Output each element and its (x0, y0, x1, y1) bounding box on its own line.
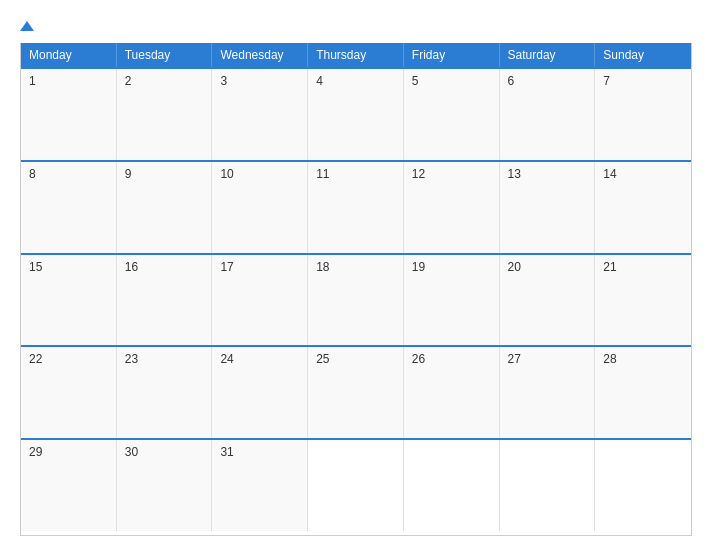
calendar-cell: 21 (595, 255, 691, 346)
day-number: 3 (220, 74, 227, 88)
day-number: 10 (220, 167, 233, 181)
day-number: 20 (508, 260, 521, 274)
day-number: 31 (220, 445, 233, 459)
day-number: 8 (29, 167, 36, 181)
day-header-sunday: Sunday (595, 43, 691, 67)
day-number: 22 (29, 352, 42, 366)
day-number: 2 (125, 74, 132, 88)
calendar-cell: 25 (308, 347, 404, 438)
calendar-page: MondayTuesdayWednesdayThursdayFridaySatu… (0, 0, 712, 550)
day-number: 17 (220, 260, 233, 274)
calendar-cell: 30 (117, 440, 213, 531)
day-number: 12 (412, 167, 425, 181)
day-number: 18 (316, 260, 329, 274)
calendar-cell: 4 (308, 69, 404, 160)
day-number: 23 (125, 352, 138, 366)
day-number: 27 (508, 352, 521, 366)
calendar-cell: 6 (500, 69, 596, 160)
calendar-cell: 27 (500, 347, 596, 438)
calendar-cell: 15 (21, 255, 117, 346)
calendar-cell: 29 (21, 440, 117, 531)
day-number: 24 (220, 352, 233, 366)
calendar-cell: 20 (500, 255, 596, 346)
calendar-cell: 1 (21, 69, 117, 160)
calendar-cell: 14 (595, 162, 691, 253)
calendar-cell: 3 (212, 69, 308, 160)
calendar-header: MondayTuesdayWednesdayThursdayFridaySatu… (21, 43, 691, 67)
calendar-cell: 23 (117, 347, 213, 438)
calendar-cell (404, 440, 500, 531)
day-number: 6 (508, 74, 515, 88)
day-number: 7 (603, 74, 610, 88)
calendar-week-5: 293031 (21, 438, 691, 531)
calendar-cell: 10 (212, 162, 308, 253)
logo-blue-text (20, 18, 36, 33)
calendar-cell: 31 (212, 440, 308, 531)
calendar-cell: 24 (212, 347, 308, 438)
day-number: 29 (29, 445, 42, 459)
day-number: 28 (603, 352, 616, 366)
logo (20, 18, 36, 33)
calendar-week-1: 1234567 (21, 67, 691, 160)
calendar-week-4: 22232425262728 (21, 345, 691, 438)
calendar-body: 1234567891011121314151617181920212223242… (21, 67, 691, 531)
calendar-cell: 2 (117, 69, 213, 160)
calendar-cell: 9 (117, 162, 213, 253)
day-header-monday: Monday (21, 43, 117, 67)
calendar-cell: 13 (500, 162, 596, 253)
header (20, 18, 692, 33)
day-number: 21 (603, 260, 616, 274)
calendar-cell: 12 (404, 162, 500, 253)
calendar-cell: 26 (404, 347, 500, 438)
day-header-thursday: Thursday (308, 43, 404, 67)
calendar-cell: 19 (404, 255, 500, 346)
calendar-cell: 7 (595, 69, 691, 160)
calendar-cell: 28 (595, 347, 691, 438)
calendar-cell: 16 (117, 255, 213, 346)
calendar-cell: 8 (21, 162, 117, 253)
day-number: 25 (316, 352, 329, 366)
day-number: 1 (29, 74, 36, 88)
day-number: 30 (125, 445, 138, 459)
day-header-tuesday: Tuesday (117, 43, 213, 67)
day-number: 16 (125, 260, 138, 274)
day-number: 14 (603, 167, 616, 181)
calendar-cell: 11 (308, 162, 404, 253)
calendar-cell: 5 (404, 69, 500, 160)
calendar-cell (595, 440, 691, 531)
day-number: 26 (412, 352, 425, 366)
calendar-week-2: 891011121314 (21, 160, 691, 253)
calendar-week-3: 15161718192021 (21, 253, 691, 346)
day-number: 15 (29, 260, 42, 274)
day-header-friday: Friday (404, 43, 500, 67)
day-header-wednesday: Wednesday (212, 43, 308, 67)
calendar-cell: 17 (212, 255, 308, 346)
calendar-cell (308, 440, 404, 531)
calendar: MondayTuesdayWednesdayThursdayFridaySatu… (20, 43, 692, 536)
calendar-cell: 18 (308, 255, 404, 346)
calendar-cell: 22 (21, 347, 117, 438)
day-number: 11 (316, 167, 329, 181)
calendar-cell (500, 440, 596, 531)
day-number: 9 (125, 167, 132, 181)
day-number: 19 (412, 260, 425, 274)
day-number: 5 (412, 74, 419, 88)
day-number: 4 (316, 74, 323, 88)
day-number: 13 (508, 167, 521, 181)
day-header-saturday: Saturday (500, 43, 596, 67)
